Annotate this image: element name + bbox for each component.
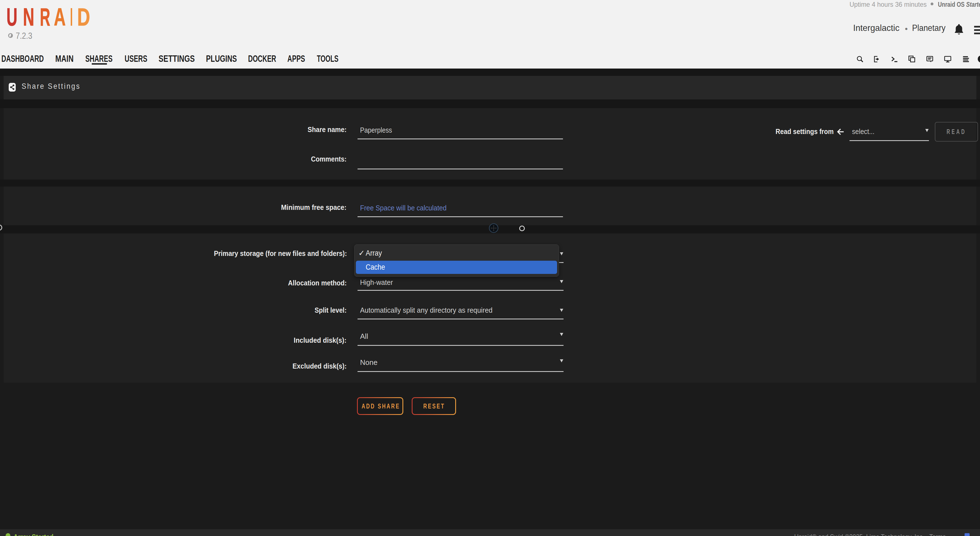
svg-text:D: D [77,3,90,27]
svg-text:A: A [54,3,66,27]
svg-text:N: N [23,3,34,27]
svg-text:U: U [6,3,18,27]
svg-text:R: R [40,3,50,27]
svg-text:I: I [70,3,73,27]
